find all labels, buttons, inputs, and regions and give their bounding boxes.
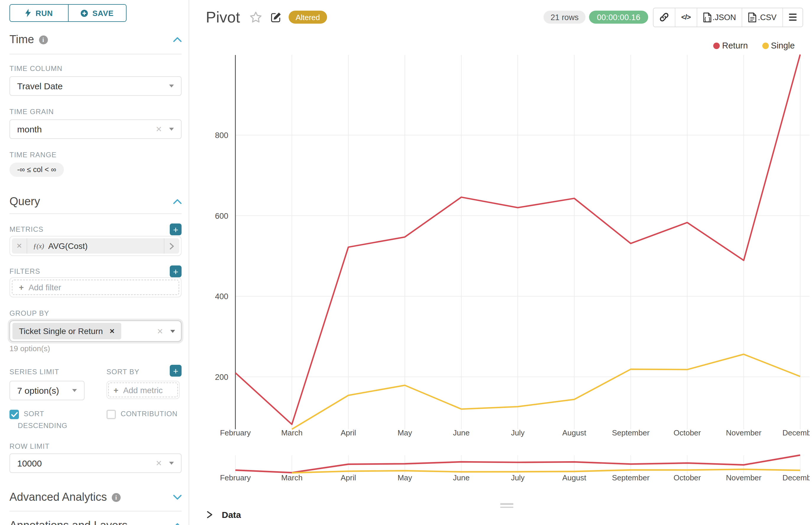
preview-x-label: August: [562, 473, 587, 482]
x-axis-label: March: [281, 428, 302, 437]
export-csv-button[interactable]: .CSV: [742, 8, 782, 26]
sort-descending-checkbox[interactable]: [10, 410, 19, 419]
chevron-right-icon[interactable]: [164, 238, 179, 254]
data-panel-header[interactable]: Data: [206, 510, 241, 520]
clear-icon[interactable]: ✕: [156, 459, 162, 468]
save-button[interactable]: SAVE: [68, 5, 126, 21]
advanced-analytics-title: Advanced Analytics: [10, 491, 107, 504]
chevron-up-icon[interactable]: [173, 199, 181, 204]
chart-legend: Return Single: [713, 41, 795, 50]
preview-x-label: May: [397, 473, 412, 482]
y-tick-label: 200: [215, 373, 228, 381]
chart-header: Pivot Altered 21 rows 00:00:00.16 </> .J…: [189, 0, 812, 34]
preview-x-label: October: [674, 473, 701, 482]
add-sort-plus-button[interactable]: +: [170, 365, 181, 377]
group-by-label: GROUP BY: [10, 309, 181, 317]
series-limit-label: SERIES LIMIT: [10, 368, 59, 376]
caret-down-icon: [170, 330, 175, 333]
query-section-title: Query: [10, 195, 40, 208]
row-limit-value: 10000: [17, 458, 42, 468]
caret-down-icon: [169, 462, 174, 465]
preview-line-single: [292, 469, 800, 473]
chevron-up-icon[interactable]: [173, 37, 181, 42]
add-metric-plus-button[interactable]: +: [170, 224, 181, 235]
data-panel-title: Data: [222, 510, 241, 520]
query-section-header[interactable]: Query: [10, 195, 181, 208]
plus-icon: +: [114, 385, 118, 395]
clear-icon[interactable]: ✕: [156, 125, 162, 134]
y-tick-label: 400: [215, 292, 228, 301]
annotations-title: Annotations and Layers: [10, 519, 128, 525]
time-grain-select[interactable]: month ✕: [10, 119, 181, 139]
edit-pencil-icon[interactable]: [270, 12, 281, 23]
x-axis-label: October: [674, 428, 701, 437]
plus-icon: +: [19, 283, 24, 292]
add-filter-plus-button[interactable]: +: [170, 266, 181, 277]
info-icon: i: [39, 35, 48, 44]
chevron-up-icon[interactable]: [173, 523, 181, 525]
file-csv-icon: [749, 12, 757, 22]
time-column-value: Travel Date: [17, 81, 63, 91]
share-link-button[interactable]: [653, 8, 675, 26]
run-save-button-group: RUN SAVE: [10, 4, 127, 22]
export-button-group: </> .JSON .CSV: [653, 7, 803, 27]
export-json-button[interactable]: .JSON: [696, 8, 742, 26]
remove-metric-icon[interactable]: ✕: [12, 238, 27, 254]
control-panel-sidebar: RUN SAVE Time i TIME COLUMN Travel Date …: [0, 0, 189, 525]
metric-pill[interactable]: ✕ ƒ(x) AVG(Cost): [12, 238, 179, 254]
sort-descending-label-line2: DESCENDING: [18, 422, 106, 430]
add-filter-button[interactable]: + Add filter: [12, 280, 179, 295]
annotations-header[interactable]: Annotations and Layers: [10, 519, 181, 525]
explore-view: RUN SAVE Time i TIME COLUMN Travel Date …: [0, 0, 812, 525]
divider: [10, 213, 181, 214]
series-line-single: [292, 354, 800, 429]
divider: [10, 54, 181, 55]
group-by-tag[interactable]: Ticket Single or Return ✕: [12, 323, 121, 339]
caret-down-icon: [72, 389, 77, 392]
legend-label-single: Single: [771, 41, 795, 50]
remove-tag-icon[interactable]: ✕: [109, 327, 115, 335]
sort-by-container: + Add metric: [106, 381, 180, 399]
row-limit-select[interactable]: 10000 ✕: [10, 453, 181, 473]
hamburger-menu-icon: [789, 13, 797, 21]
embed-code-button[interactable]: </>: [675, 8, 697, 26]
panel-resize-handle[interactable]: [500, 503, 513, 510]
advanced-analytics-header[interactable]: Advanced Analytics i: [10, 491, 181, 504]
legend-item-return[interactable]: Return: [713, 41, 748, 50]
chevron-right-icon: [206, 511, 213, 519]
clear-icon[interactable]: ✕: [157, 327, 163, 335]
legend-label-return: Return: [722, 41, 748, 50]
time-grain-label: TIME GRAIN: [10, 108, 181, 116]
x-axis-label: December: [782, 428, 810, 437]
group-by-hint: 19 option(s): [10, 344, 181, 353]
metrics-container: ✕ ƒ(x) AVG(Cost): [10, 236, 181, 256]
favorite-star-icon[interactable]: [250, 11, 262, 23]
divider: [10, 511, 181, 511]
legend-item-single[interactable]: Single: [762, 41, 795, 50]
time-range-pill[interactable]: -∞ ≤ col < ∞: [10, 163, 64, 177]
preview-x-label: February: [220, 473, 251, 482]
time-column-label: TIME COLUMN: [10, 64, 181, 73]
line-chart-svg[interactable]: 200400600800FebruaryFebruaryMarchMarchAp…: [189, 0, 810, 525]
metric-value: AVG(Cost): [48, 241, 88, 251]
contribution-label: CONTRIBUTION: [121, 410, 177, 419]
add-sort-metric-button[interactable]: + Add metric: [108, 382, 178, 397]
legend-dot-single: [762, 42, 769, 49]
lightning-icon: [25, 9, 31, 17]
time-column-select[interactable]: Travel Date: [10, 76, 181, 96]
series-limit-select[interactable]: 7 option(s): [10, 381, 85, 400]
contribution-checkbox[interactable]: [106, 410, 116, 419]
x-axis-label: July: [511, 428, 525, 437]
chevron-down-icon[interactable]: [173, 495, 181, 499]
group-by-select[interactable]: Ticket Single or Return ✕ ✕: [10, 320, 181, 342]
y-tick-label: 800: [215, 131, 228, 140]
time-section-header[interactable]: Time i: [10, 33, 181, 46]
save-label: SAVE: [92, 9, 114, 17]
file-json-icon: [703, 12, 711, 22]
y-tick-label: 600: [215, 212, 228, 221]
csv-label: .CSV: [758, 13, 777, 21]
more-menu-button[interactable]: [782, 8, 802, 26]
preview-x-label: April: [341, 473, 356, 482]
run-button[interactable]: RUN: [10, 5, 68, 21]
altered-badge: Altered: [289, 11, 327, 24]
